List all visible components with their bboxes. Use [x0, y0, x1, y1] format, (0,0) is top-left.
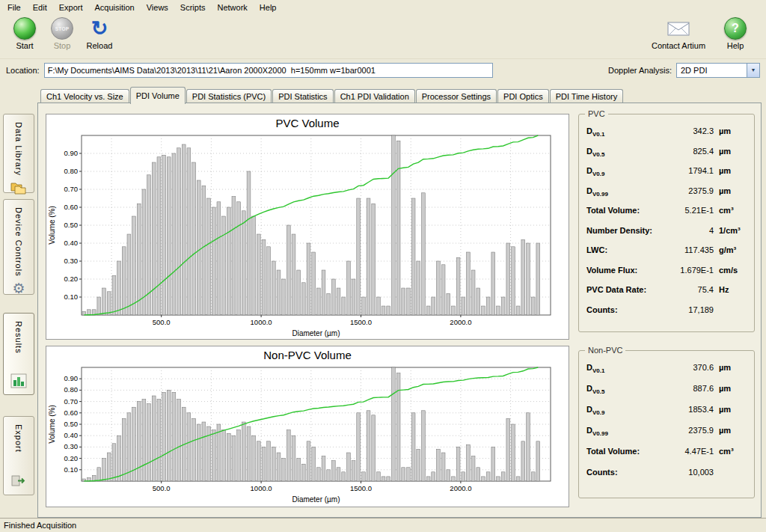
- stat-unit: µm: [714, 363, 747, 372]
- tab-bar: Ch1 Velocity vs. Size PDI Volume PDI Sta…: [37, 87, 762, 103]
- sidebar-item-results[interactable]: Results: [3, 313, 34, 395]
- contact-artium-button[interactable]: Contact Artium: [652, 17, 705, 50]
- stat-value: 1853.4: [667, 405, 714, 414]
- sidebar-item-label: Device Controls: [14, 207, 23, 277]
- sidebar-item-label: Data Library: [14, 122, 23, 176]
- chevron-down-icon[interactable]: ▼: [747, 64, 759, 77]
- stat-value: 1.679E-1: [667, 266, 714, 275]
- svg-text:0.90: 0.90: [64, 149, 79, 157]
- tab-pdi-optics[interactable]: PDI Optics: [497, 89, 549, 103]
- sidebar-item-data-library[interactable]: Data Library: [3, 114, 34, 193]
- stat-unit: cm³: [714, 447, 747, 456]
- tab-ch1-pdi-validation[interactable]: Ch1 PDI Validation: [334, 89, 415, 103]
- doppler-analysis: Doppler Analysis: 2D PDI ▼: [608, 63, 760, 78]
- stop-label: Stop: [54, 41, 71, 50]
- stat-label: DV0.99: [586, 186, 608, 198]
- stat-value: 2375.9: [667, 186, 714, 195]
- menu-views[interactable]: Views: [141, 0, 174, 15]
- stat-unit: g/m³: [714, 245, 747, 254]
- pvc-volume-chart: 0.100.200.300.400.500.600.700.800.90500.…: [46, 131, 560, 339]
- sidebar: Data Library Device Controls ⚙ Results E…: [0, 87, 37, 518]
- menu-scripts[interactable]: Scripts: [174, 0, 212, 15]
- svg-text:0.60: 0.60: [64, 203, 79, 211]
- svg-text:0.70: 0.70: [64, 185, 79, 193]
- start-button[interactable]: Start: [7, 17, 42, 50]
- stat-label: Total Volume:: [586, 447, 640, 456]
- tab-pdi-statistics[interactable]: PDI Statistics: [272, 89, 333, 103]
- svg-text:1000.0: 1000.0: [251, 484, 272, 492]
- tab-pdi-volume[interactable]: PDI Volume: [130, 87, 186, 104]
- svg-text:0.30: 0.30: [64, 442, 79, 450]
- stat-row: Counts:17,189: [586, 305, 747, 325]
- folders-icon: [10, 180, 28, 195]
- reload-button[interactable]: ↻ Reload: [82, 17, 117, 50]
- menu-export[interactable]: Export: [53, 0, 89, 15]
- stat-row: Total Volume:5.21E-1cm³: [586, 206, 747, 226]
- stat-label: Number Density:: [586, 226, 652, 235]
- content-pane: Ch1 Velocity vs. Size PDI Volume PDI Sta…: [37, 87, 762, 518]
- svg-text:0.80: 0.80: [64, 385, 79, 394]
- help-button[interactable]: ? Help: [718, 17, 753, 50]
- doppler-analysis-select[interactable]: 2D PDI ▼: [676, 63, 760, 78]
- reload-icon: ↻: [91, 17, 108, 40]
- svg-text:1500.0: 1500.0: [350, 318, 372, 326]
- stat-label: Counts:: [586, 305, 618, 314]
- stat-row: Total Volume:4.47E-1cm³: [586, 447, 747, 468]
- svg-text:0.10: 0.10: [64, 293, 79, 301]
- stat-unit: µm: [714, 405, 747, 414]
- location-row: Location: Doppler Analysis: 2D PDI ▼: [0, 58, 766, 81]
- menu-file[interactable]: File: [1, 0, 27, 15]
- stat-label: Volume Flux:: [586, 266, 637, 275]
- svg-text:0.40: 0.40: [64, 239, 79, 247]
- stat-value: 370.6: [667, 363, 714, 372]
- menu-help[interactable]: Help: [254, 0, 283, 15]
- tab-pdi-time-history[interactable]: PDI Time History: [550, 89, 624, 103]
- stat-unit: cm/s: [714, 266, 747, 275]
- stop-button[interactable]: STOP Stop: [45, 17, 79, 50]
- svg-text:500.0: 500.0: [153, 318, 171, 326]
- stat-row: DV0.992375.9µm: [586, 426, 747, 447]
- stat-row: DV0.992375.9µm: [586, 186, 747, 207]
- stat-unit: 1/cm³: [714, 226, 747, 235]
- svg-text:0.60: 0.60: [64, 409, 79, 417]
- stat-label: DV0.1: [586, 126, 604, 138]
- menu-network[interactable]: Network: [211, 0, 253, 15]
- svg-text:0.50: 0.50: [64, 221, 79, 229]
- tab-processor-settings[interactable]: Processor Settings: [416, 89, 497, 103]
- menu-acquisition[interactable]: Acquisition: [89, 0, 141, 15]
- stat-unit: µm: [714, 426, 747, 435]
- stat-unit: µm: [714, 147, 747, 156]
- stat-label: Total Volume:: [586, 206, 640, 215]
- menu-bar: File Edit Export Acquisition Views Scrip…: [0, 0, 766, 15]
- stat-row: DV0.91794.1µm: [586, 166, 747, 186]
- sidebar-item-export[interactable]: Export: [3, 416, 34, 495]
- pvc-stats-group: PVC DV0.1342.3µmDV0.5825.4µmDV0.91794.1µ…: [578, 114, 755, 332]
- svg-text:Volume (%): Volume (%): [48, 206, 56, 245]
- stat-value: 117.435: [667, 245, 714, 254]
- status-text: Finished Acquisition: [4, 521, 76, 530]
- stat-unit: µm: [714, 186, 747, 195]
- stat-row: DV0.1342.3µm: [586, 126, 747, 147]
- pvc-stats-rows: DV0.1342.3µmDV0.5825.4µmDV0.91794.1µmDV0…: [586, 126, 747, 325]
- stat-label: DV0.5: [586, 384, 604, 395]
- location-input[interactable]: [44, 63, 493, 78]
- svg-text:0.80: 0.80: [64, 167, 79, 175]
- non-pvc-stats-title: Non-PVC: [585, 346, 625, 355]
- non-pvc-chart-title: Non-PVC Volume: [46, 346, 569, 363]
- help-icon: ?: [724, 17, 747, 40]
- sidebar-item-device-controls[interactable]: Device Controls ⚙: [3, 199, 34, 295]
- tab-ch1-velocity-vs-size[interactable]: Ch1 Velocity vs. Size: [40, 89, 129, 103]
- stat-label: Counts:: [586, 468, 618, 477]
- stat-value: 10,003: [667, 468, 714, 477]
- reload-label: Reload: [87, 41, 113, 50]
- sidebar-item-label: Export: [14, 424, 23, 453]
- stat-unit: Hz: [714, 285, 747, 294]
- stat-row: DV0.91853.4µm: [586, 405, 747, 426]
- tab-pdi-statistics-pvc[interactable]: PDI Statistics (PVC): [186, 89, 272, 103]
- svg-text:0.50: 0.50: [64, 420, 79, 428]
- menu-edit[interactable]: Edit: [27, 0, 53, 15]
- stop-icon: STOP: [51, 17, 73, 40]
- stat-value: 887.6: [667, 384, 714, 393]
- stat-label: DV0.1: [586, 363, 604, 374]
- start-icon: [13, 17, 36, 40]
